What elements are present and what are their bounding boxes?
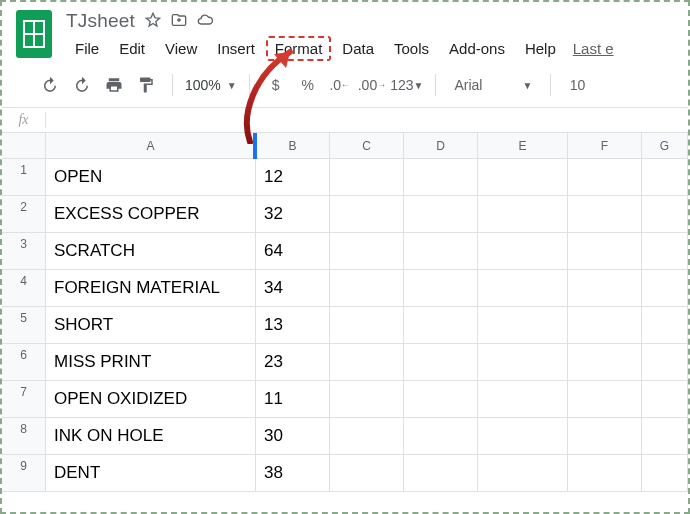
cell[interactable] xyxy=(478,344,568,380)
menu-data[interactable]: Data xyxy=(333,36,383,61)
paint-format-button[interactable] xyxy=(132,71,160,99)
cell[interactable]: 11 xyxy=(256,381,330,417)
row-header[interactable]: 9 xyxy=(2,455,46,491)
cell[interactable] xyxy=(642,344,688,380)
cell[interactable] xyxy=(330,233,404,269)
menu-format[interactable]: Format xyxy=(266,36,332,61)
cell[interactable] xyxy=(404,418,478,454)
column-header-G[interactable]: G xyxy=(642,133,688,158)
cell[interactable] xyxy=(404,233,478,269)
font-family-dropdown[interactable]: Arial ▼ xyxy=(448,71,538,99)
move-icon[interactable] xyxy=(171,12,187,31)
menu-file[interactable]: File xyxy=(66,36,108,61)
menu-insert[interactable]: Insert xyxy=(208,36,264,61)
cell[interactable]: SHORT xyxy=(46,307,256,343)
cell[interactable] xyxy=(330,270,404,306)
cell[interactable] xyxy=(330,418,404,454)
cell[interactable] xyxy=(568,418,642,454)
cell[interactable] xyxy=(568,159,642,195)
cell[interactable]: 30 xyxy=(256,418,330,454)
cell[interactable] xyxy=(404,344,478,380)
cell[interactable] xyxy=(404,455,478,491)
cell[interactable] xyxy=(478,233,568,269)
cell[interactable]: FOREIGN MATERIAL xyxy=(46,270,256,306)
decrease-decimal-button[interactable]: .0← xyxy=(326,71,354,99)
cell[interactable] xyxy=(330,455,404,491)
menu-edit[interactable]: Edit xyxy=(110,36,154,61)
cell[interactable]: 13 xyxy=(256,307,330,343)
cell[interactable]: OPEN xyxy=(46,159,256,195)
column-header-E[interactable]: E xyxy=(478,133,568,158)
row-header[interactable]: 5 xyxy=(2,307,46,343)
cell[interactable] xyxy=(330,196,404,232)
cell[interactable] xyxy=(642,455,688,491)
cell[interactable] xyxy=(404,270,478,306)
last-edit-link[interactable]: Last e xyxy=(573,36,614,61)
cell[interactable] xyxy=(568,270,642,306)
cell[interactable]: INK ON HOLE xyxy=(46,418,256,454)
cell[interactable]: 32 xyxy=(256,196,330,232)
cell[interactable] xyxy=(404,159,478,195)
document-title[interactable]: TJsheet xyxy=(66,10,135,32)
star-icon[interactable] xyxy=(145,12,161,31)
row-header[interactable]: 6 xyxy=(2,344,46,380)
cell[interactable] xyxy=(568,344,642,380)
column-header-F[interactable]: F xyxy=(568,133,642,158)
cell[interactable] xyxy=(478,418,568,454)
menu-view[interactable]: View xyxy=(156,36,206,61)
increase-decimal-button[interactable]: .00→ xyxy=(358,71,386,99)
cell[interactable] xyxy=(642,233,688,269)
cell[interactable] xyxy=(568,233,642,269)
cell[interactable] xyxy=(568,307,642,343)
cell[interactable] xyxy=(404,307,478,343)
cloud-status-icon[interactable] xyxy=(197,12,213,31)
cell[interactable] xyxy=(568,196,642,232)
cell[interactable]: SCRATCH xyxy=(46,233,256,269)
cell[interactable] xyxy=(642,307,688,343)
cell[interactable] xyxy=(642,381,688,417)
menu-addons[interactable]: Add-ons xyxy=(440,36,514,61)
row-header[interactable]: 8 xyxy=(2,418,46,454)
cell[interactable] xyxy=(478,196,568,232)
cell[interactable] xyxy=(478,159,568,195)
cell[interactable]: MISS PRINT xyxy=(46,344,256,380)
cell[interactable] xyxy=(568,455,642,491)
select-all-corner[interactable] xyxy=(2,133,46,158)
menu-help[interactable]: Help xyxy=(516,36,565,61)
cell[interactable]: 38 xyxy=(256,455,330,491)
menu-tools[interactable]: Tools xyxy=(385,36,438,61)
row-header[interactable]: 3 xyxy=(2,233,46,269)
cell[interactable] xyxy=(404,196,478,232)
cell[interactable] xyxy=(642,159,688,195)
cell[interactable]: EXCESS COPPER xyxy=(46,196,256,232)
cell[interactable]: DENT xyxy=(46,455,256,491)
column-header-D[interactable]: D xyxy=(404,133,478,158)
redo-button[interactable] xyxy=(68,71,96,99)
column-header-C[interactable]: C xyxy=(330,133,404,158)
cell[interactable]: 12 xyxy=(256,159,330,195)
column-header-A[interactable]: A xyxy=(46,133,256,158)
print-button[interactable] xyxy=(100,71,128,99)
format-currency-button[interactable]: $ xyxy=(262,71,290,99)
row-header[interactable]: 2 xyxy=(2,196,46,232)
cell[interactable] xyxy=(478,307,568,343)
cell[interactable]: 34 xyxy=(256,270,330,306)
zoom-dropdown[interactable]: 100% ▼ xyxy=(185,71,237,99)
cell[interactable] xyxy=(330,307,404,343)
cell[interactable] xyxy=(478,381,568,417)
cell[interactable] xyxy=(642,418,688,454)
cell[interactable] xyxy=(478,455,568,491)
format-percent-button[interactable]: % xyxy=(294,71,322,99)
cell[interactable] xyxy=(404,381,478,417)
sheets-logo-icon[interactable] xyxy=(16,10,52,58)
cell[interactable] xyxy=(330,159,404,195)
row-header[interactable]: 1 xyxy=(2,159,46,195)
font-size-input[interactable]: 10 xyxy=(563,71,591,99)
cell[interactable] xyxy=(642,196,688,232)
cell[interactable] xyxy=(478,270,568,306)
cell[interactable] xyxy=(642,270,688,306)
cell[interactable] xyxy=(330,381,404,417)
cell[interactable] xyxy=(330,344,404,380)
row-header[interactable]: 4 xyxy=(2,270,46,306)
cell[interactable]: 64 xyxy=(256,233,330,269)
